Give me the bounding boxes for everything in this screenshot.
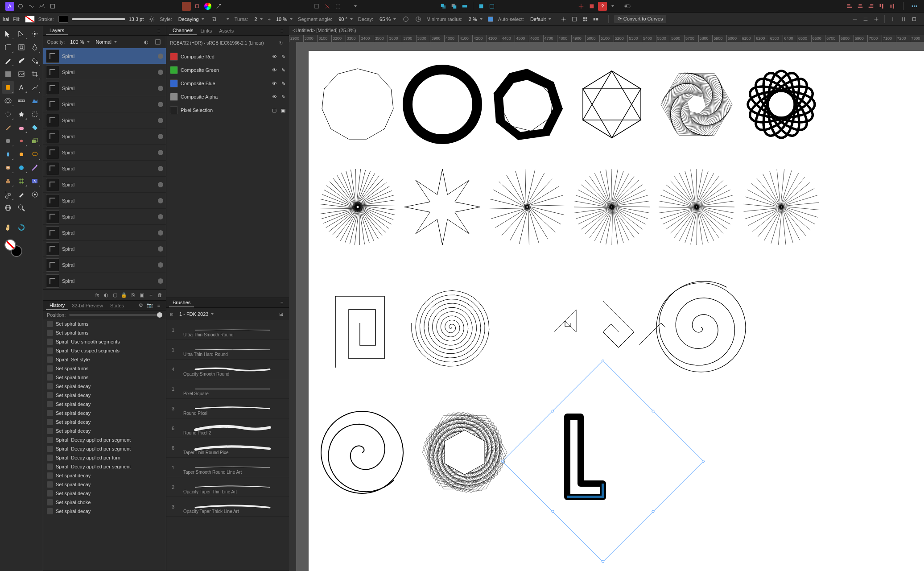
layer-fx-icon[interactable]: fx [94, 291, 101, 298]
history-item[interactable]: Set spiral decay [43, 489, 166, 498]
history-item[interactable]: Set spiral decay [43, 480, 166, 489]
decay-mode-a-icon[interactable] [401, 15, 410, 24]
marquee-tool[interactable] [29, 108, 41, 120]
artistic-text-tool[interactable]: A [15, 81, 28, 94]
smudge-tool[interactable] [15, 135, 28, 147]
paint-brush-tool[interactable] [2, 121, 14, 134]
channel-edit-icon[interactable]: ✎ [281, 54, 285, 60]
crop-tool[interactable] [29, 68, 41, 80]
colour-picker-tool[interactable] [15, 188, 28, 201]
selection-brush-tool[interactable] [2, 108, 14, 120]
brushes-menu-icon[interactable]: ≡ [277, 298, 286, 307]
decay-field[interactable]: 65 % [378, 16, 398, 23]
xform-c-icon[interactable] [872, 15, 881, 24]
corner-tool[interactable] [2, 41, 14, 54]
layer-mask-icon[interactable]: ▢ [111, 291, 119, 298]
node-tool[interactable] [15, 28, 28, 40]
shapebuilder-tool[interactable] [2, 95, 14, 107]
history-slider[interactable] [69, 314, 162, 316]
channel-row[interactable]: Composite Green👁✎ [166, 63, 289, 77]
arrange-e-icon[interactable] [487, 2, 496, 11]
layer-row[interactable]: Spiral [43, 273, 166, 289]
history-item[interactable]: Set spiral turns [43, 373, 166, 382]
channel-edit-icon[interactable]: ✎ [281, 94, 285, 100]
vector-crop-tool[interactable] [2, 188, 14, 201]
history-item[interactable]: Set spiral turns [43, 364, 166, 373]
opacity-field[interactable]: 100 % [68, 38, 91, 46]
autoselect-dropdown[interactable]: Default [528, 16, 553, 23]
place-image-tool[interactable] [15, 68, 28, 80]
xform-d-icon[interactable] [888, 15, 897, 24]
layer-adj-icon[interactable]: ◐ [103, 291, 110, 298]
history-item[interactable]: Set spiral decay [43, 471, 166, 480]
pencil-tool[interactable] [2, 54, 14, 67]
tone-persona-icon[interactable] [37, 2, 46, 11]
logo-icon[interactable]: A [5, 2, 14, 11]
layer-visibility-icon[interactable] [158, 102, 163, 107]
align-t-icon[interactable] [877, 2, 886, 11]
doc-dropdown-icon[interactable] [350, 2, 359, 11]
frame-text-tool[interactable]: A [29, 175, 41, 187]
channel-edit-icon[interactable]: ✎ [281, 81, 285, 87]
history-item[interactable]: Set spiral decay [43, 507, 166, 516]
layer-visibility-icon[interactable] [158, 118, 163, 123]
history-item[interactable]: Spiral: Use smooth segments [43, 337, 166, 346]
history-item[interactable]: Set spiral turns [43, 319, 166, 328]
align-m-icon[interactable] [888, 2, 897, 11]
arrange-d-icon[interactable] [477, 2, 486, 11]
magic-tool[interactable] [29, 161, 41, 174]
zoom-tool[interactable] [15, 202, 28, 214]
status-toggle-icon[interactable] [623, 2, 632, 11]
brush-item[interactable]: 3Opacity Taper Thick Line Art [166, 497, 289, 517]
layer-row[interactable]: Spiral [43, 177, 166, 193]
pen-tool[interactable] [29, 41, 41, 54]
turns-field[interactable]: 2 [252, 16, 264, 23]
liquify-persona-icon[interactable] [27, 2, 36, 11]
gear-icon[interactable] [147, 15, 156, 24]
layer-lock-icon[interactable]: 🔒 [120, 291, 128, 298]
area-tool[interactable] [29, 95, 41, 107]
guide-b-icon[interactable] [587, 2, 596, 11]
spiral-type-icon[interactable] [222, 15, 231, 24]
channel-row[interactable]: Composite Red👁✎ [166, 50, 289, 63]
brush-opt-icon[interactable]: ⊞ [276, 310, 285, 319]
photo-icon[interactable] [182, 2, 191, 11]
channel-visible-icon[interactable]: 👁 [272, 54, 277, 59]
channel-opt-a-icon[interactable]: ▢ [272, 108, 276, 113]
layer-add-icon[interactable]: ＋ [147, 291, 154, 298]
show-align-icon[interactable] [570, 15, 579, 24]
cycle-box-icon[interactable] [591, 15, 600, 24]
links-tab[interactable]: Links [197, 27, 215, 35]
layer-opt-a-icon[interactable]: ◐ [142, 37, 151, 46]
layer-row[interactable]: Spiral [43, 225, 166, 241]
xform-b-icon[interactable] [861, 15, 870, 24]
layer-row[interactable]: Spiral [43, 80, 166, 96]
brushes-tab[interactable]: Brushes [169, 298, 194, 307]
arrange-c-icon[interactable] [460, 2, 469, 11]
layer-row[interactable]: Spiral [43, 48, 166, 64]
xform-a-icon[interactable] [850, 15, 859, 24]
layer-visibility-icon[interactable] [158, 214, 163, 219]
style-picker-tool[interactable] [29, 188, 41, 201]
states-tab[interactable]: States [107, 302, 128, 310]
erase-brush-tool[interactable] [15, 121, 28, 134]
autoselect-checkbox[interactable] [488, 17, 493, 22]
channels-menu-icon[interactable]: ≡ [277, 26, 286, 35]
pixel-persona-icon[interactable] [16, 2, 25, 11]
trans-origin-icon[interactable] [559, 15, 568, 24]
knife-tool[interactable] [29, 81, 41, 94]
history-item[interactable]: Set spiral decay [43, 418, 166, 426]
contour-tool[interactable] [15, 41, 28, 54]
xform-e-icon[interactable] [899, 15, 908, 24]
point-transform-tool[interactable] [29, 28, 41, 40]
dodge-tool[interactable] [2, 135, 14, 147]
layers-tab[interactable]: Layers [46, 26, 68, 35]
stamp-tool[interactable] [2, 175, 14, 187]
history-save-icon[interactable]: 📷 [145, 301, 154, 310]
patch-tool[interactable] [15, 161, 28, 174]
xform-f-icon[interactable] [910, 15, 919, 24]
flood-fill-tool[interactable] [29, 121, 41, 134]
channel-visible-icon[interactable]: 👁 [272, 94, 277, 99]
history-item[interactable]: Set spiral choke [43, 498, 166, 507]
history-item[interactable]: Spiral: Set style [43, 355, 166, 364]
